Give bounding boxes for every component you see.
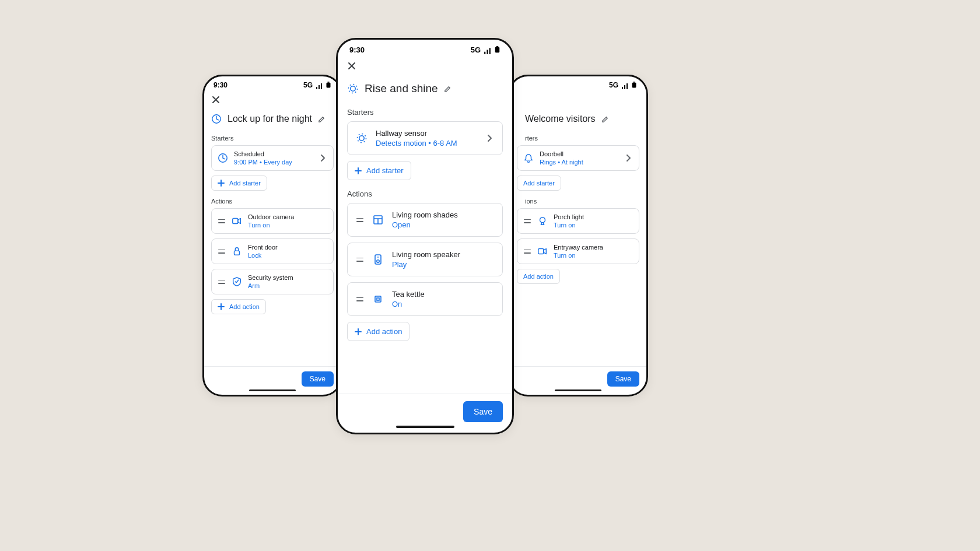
action-card[interactable]: Living room shades Open (347, 203, 503, 237)
add-starter-button[interactable]: Add starter (347, 161, 411, 180)
starter-sub: Detects motion • 6-8 AM (376, 139, 457, 148)
camera-icon (537, 246, 548, 257)
starter-card[interactable]: Scheduled 9:00 PM • Every day (211, 145, 334, 171)
close-icon[interactable] (347, 61, 356, 71)
starter-sub: Rings • At night (540, 159, 583, 166)
action-card[interactable]: Tea kettle On (347, 282, 503, 316)
actions-label: Actions (211, 194, 334, 208)
plus-icon (218, 180, 225, 187)
action-card[interactable]: Front door Lock (211, 238, 334, 264)
kettle-icon (372, 293, 384, 305)
add-starter-button[interactable]: Add starter (517, 176, 561, 191)
battery-icon (631, 81, 637, 89)
plus-icon (218, 303, 225, 310)
status-network: 5G (303, 81, 313, 89)
shades-icon (372, 214, 384, 226)
doorbell-icon (523, 153, 534, 163)
starters-label: rters (525, 131, 639, 145)
home-indicator (396, 426, 454, 428)
gear-icon (347, 83, 359, 94)
action-name: Porch light (554, 213, 584, 220)
action-sub: Arm (248, 282, 293, 289)
drag-handle-icon[interactable] (523, 250, 531, 254)
add-action-button[interactable]: Add action (211, 299, 266, 314)
action-sub: Open (392, 220, 458, 229)
action-name: Security system (248, 274, 293, 281)
starter-name: Doorbell (540, 150, 583, 157)
drag-handle-icon[interactable] (218, 219, 226, 223)
starter-name: Hallway sensor (376, 129, 457, 138)
battery-icon (494, 45, 501, 54)
save-button[interactable]: Save (463, 401, 503, 422)
action-sub: Turn on (248, 222, 294, 229)
routine-title-row: Welcome visitors (517, 111, 639, 131)
phone-lock-up: 9:30 5G Lock up for the night Starters S… (202, 75, 342, 396)
add-starter-label: Add starter (523, 180, 555, 187)
add-action-label: Add action (523, 273, 554, 280)
action-card[interactable]: Entryway camera Turn on (517, 238, 639, 264)
action-sub: Turn on (554, 222, 584, 229)
status-time: 9:30 (349, 45, 365, 54)
starters-label: Starters (347, 102, 503, 121)
status-network: 5G (609, 81, 618, 89)
starter-card[interactable]: Hallway sensor Detects motion • 6-8 AM (347, 121, 503, 155)
speaker-icon (372, 254, 384, 265)
add-action-label: Add action (229, 303, 260, 310)
save-button[interactable]: Save (302, 371, 334, 387)
edit-icon[interactable] (444, 85, 452, 93)
action-name: Outdoor camera (248, 213, 294, 220)
action-card[interactable]: Living room speaker Play (347, 243, 503, 276)
drag-handle-icon[interactable] (218, 250, 226, 254)
starters-label: Starters (211, 131, 334, 145)
starter-name: Scheduled (234, 150, 292, 157)
action-sub: On (392, 300, 425, 308)
routine-title-row: Rise and shine (347, 80, 503, 102)
signal-icon (621, 81, 629, 89)
starter-card[interactable]: Doorbell Rings • At night (517, 145, 639, 171)
clock-icon (211, 114, 222, 124)
add-action-label: Add action (366, 327, 402, 336)
routine-title: Welcome visitors (525, 114, 596, 124)
actions-label: Actions (347, 184, 503, 203)
status-bar: 9:30 5G (510, 76, 646, 92)
action-name: Front door (248, 244, 278, 251)
action-card[interactable]: Security system Arm (211, 269, 334, 294)
action-sub: Lock (248, 252, 278, 259)
add-starter-button[interactable]: Add starter (211, 176, 267, 191)
add-starter-label: Add starter (366, 166, 404, 175)
actions-label: ions (525, 194, 639, 208)
status-bar: 9:30 5G (204, 76, 341, 92)
plus-icon (355, 328, 362, 335)
home-indicator (249, 389, 296, 391)
action-sub: Turn on (554, 252, 603, 259)
drag-handle-icon[interactable] (356, 218, 364, 222)
routine-title: Lock up for the night (228, 114, 312, 124)
battery-icon (326, 81, 331, 89)
close-icon[interactable] (211, 95, 220, 104)
action-name: Entryway camera (554, 244, 603, 251)
signal-icon (483, 45, 492, 54)
shield-icon (232, 276, 242, 287)
lock-icon (232, 246, 242, 257)
action-card[interactable]: Outdoor camera Turn on (211, 208, 334, 234)
action-sub: Play (392, 260, 460, 269)
action-card[interactable]: Porch light Turn on (517, 208, 639, 234)
save-button[interactable]: Save (607, 371, 639, 387)
add-action-button[interactable]: Add action (517, 269, 560, 284)
drag-handle-icon[interactable] (356, 297, 364, 301)
status-network: 5G (471, 45, 481, 54)
edit-icon[interactable] (318, 115, 326, 123)
drag-handle-icon[interactable] (523, 219, 531, 223)
plus-icon (355, 167, 362, 174)
phone-rise-and-shine: 9:30 5G Rise and shine Starters Hallway … (336, 38, 514, 434)
edit-icon[interactable] (601, 115, 609, 123)
action-name: Living room speaker (392, 250, 460, 259)
home-indicator (555, 389, 601, 391)
routine-title-row: Lock up for the night (211, 111, 334, 131)
starter-sub: 9:00 PM • Every day (234, 159, 292, 166)
add-action-button[interactable]: Add action (347, 322, 410, 341)
drag-handle-icon[interactable] (356, 258, 364, 262)
drag-handle-icon[interactable] (218, 280, 226, 284)
chevron-right-icon (318, 153, 327, 163)
clock-icon (218, 153, 228, 163)
